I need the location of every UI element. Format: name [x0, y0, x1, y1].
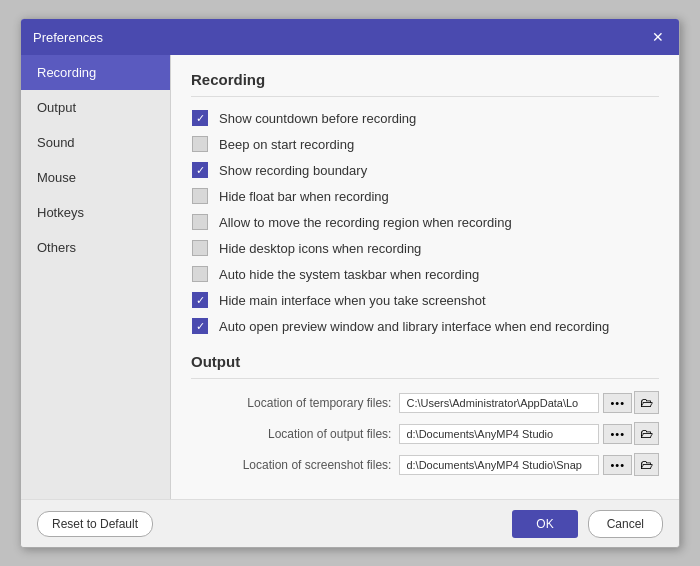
- sidebar-item-others[interactable]: Others: [21, 230, 170, 265]
- checkbox-row-beep: Beep on start recording: [191, 135, 659, 153]
- output-field-temp[interactable]: [399, 393, 599, 413]
- checkbox-beep[interactable]: [191, 135, 209, 153]
- checkbox-auto-hide-taskbar[interactable]: [191, 265, 209, 283]
- reset-button[interactable]: Reset to Default: [37, 511, 153, 537]
- output-dots-btn-screenshot[interactable]: •••: [603, 455, 632, 475]
- checkbox-unchecked-icon-3: [192, 214, 208, 230]
- output-dots-btn-temp[interactable]: •••: [603, 393, 632, 413]
- checkbox-checked-icon-3: ✓: [192, 292, 208, 308]
- recording-section-title: Recording: [191, 71, 659, 97]
- output-folder-btn-screenshot[interactable]: 🗁: [634, 453, 659, 476]
- cancel-button[interactable]: Cancel: [588, 510, 663, 538]
- sidebar-item-mouse[interactable]: Mouse: [21, 160, 170, 195]
- output-label-screenshot: Location of screenshot files:: [243, 458, 392, 472]
- output-row-screenshot: Location of screenshot files: ••• 🗁: [191, 453, 659, 476]
- checkbox-unchecked-icon-4: [192, 240, 208, 256]
- checkbox-label-hide-desktop: Hide desktop icons when recording: [219, 241, 421, 256]
- checkbox-row-float-bar: Hide float bar when recording: [191, 187, 659, 205]
- output-row-output: Location of output files: ••• 🗁: [191, 422, 659, 445]
- output-section-title: Output: [191, 353, 659, 379]
- checkbox-row-boundary: ✓ Show recording boundary: [191, 161, 659, 179]
- sidebar-item-output[interactable]: Output: [21, 90, 170, 125]
- sidebar-item-sound[interactable]: Sound: [21, 125, 170, 160]
- checkbox-row-show-countdown: ✓ Show countdown before recording: [191, 109, 659, 127]
- dialog-footer: Reset to Default OK Cancel: [21, 499, 679, 547]
- checkbox-auto-open[interactable]: ✓: [191, 317, 209, 335]
- dialog-title: Preferences: [33, 30, 103, 45]
- title-bar: Preferences ✕: [21, 19, 679, 55]
- checkbox-label-boundary: Show recording boundary: [219, 163, 367, 178]
- output-folder-btn-output[interactable]: 🗁: [634, 422, 659, 445]
- checkbox-allow-move[interactable]: [191, 213, 209, 231]
- output-row-temp: Location of temporary files: ••• 🗁: [191, 391, 659, 414]
- checkbox-label-float-bar: Hide float bar when recording: [219, 189, 389, 204]
- close-button[interactable]: ✕: [649, 28, 667, 46]
- checkbox-label-auto-open: Auto open preview window and library int…: [219, 319, 609, 334]
- footer-buttons: OK Cancel: [512, 510, 663, 538]
- checkbox-boundary[interactable]: ✓: [191, 161, 209, 179]
- checkbox-label-beep: Beep on start recording: [219, 137, 354, 152]
- checkbox-label-allow-move: Allow to move the recording region when …: [219, 215, 512, 230]
- checkbox-row-auto-open: ✓ Auto open preview window and library i…: [191, 317, 659, 335]
- preferences-dialog: Preferences ✕ Recording Output Sound Mou…: [20, 18, 680, 548]
- sidebar-item-recording[interactable]: Recording: [21, 55, 170, 90]
- checkbox-checked-icon-4: ✓: [192, 318, 208, 334]
- checkbox-checked-icon: ✓: [192, 110, 208, 126]
- checkbox-hide-desktop[interactable]: [191, 239, 209, 257]
- output-field-output[interactable]: [399, 424, 599, 444]
- checkbox-label-show-countdown: Show countdown before recording: [219, 111, 416, 126]
- checkbox-checked-icon-2: ✓: [192, 162, 208, 178]
- checkbox-row-hide-desktop: Hide desktop icons when recording: [191, 239, 659, 257]
- checkbox-row-hide-main: ✓ Hide main interface when you take scre…: [191, 291, 659, 309]
- checkbox-label-auto-hide-taskbar: Auto hide the system taskbar when record…: [219, 267, 479, 282]
- output-section: Output Location of temporary files: ••• …: [191, 353, 659, 476]
- ok-button[interactable]: OK: [512, 510, 577, 538]
- checkbox-show-countdown[interactable]: ✓: [191, 109, 209, 127]
- checkbox-hide-main[interactable]: ✓: [191, 291, 209, 309]
- checkbox-label-hide-main: Hide main interface when you take screen…: [219, 293, 486, 308]
- checkbox-unchecked-icon-2: [192, 188, 208, 204]
- output-label-temp: Location of temporary files:: [247, 396, 391, 410]
- sidebar: Recording Output Sound Mouse Hotkeys Oth…: [21, 55, 171, 499]
- main-content: Recording ✓ Show countdown before record…: [171, 55, 679, 499]
- output-folder-btn-temp[interactable]: 🗁: [634, 391, 659, 414]
- checkbox-row-allow-move: Allow to move the recording region when …: [191, 213, 659, 231]
- output-label-output: Location of output files:: [268, 427, 391, 441]
- checkbox-unchecked-icon-5: [192, 266, 208, 282]
- checkbox-float-bar[interactable]: [191, 187, 209, 205]
- output-field-screenshot[interactable]: [399, 455, 599, 475]
- checkbox-unchecked-icon: [192, 136, 208, 152]
- dialog-body: Recording Output Sound Mouse Hotkeys Oth…: [21, 55, 679, 499]
- sidebar-item-hotkeys[interactable]: Hotkeys: [21, 195, 170, 230]
- output-dots-btn-output[interactable]: •••: [603, 424, 632, 444]
- checkbox-row-auto-hide-taskbar: Auto hide the system taskbar when record…: [191, 265, 659, 283]
